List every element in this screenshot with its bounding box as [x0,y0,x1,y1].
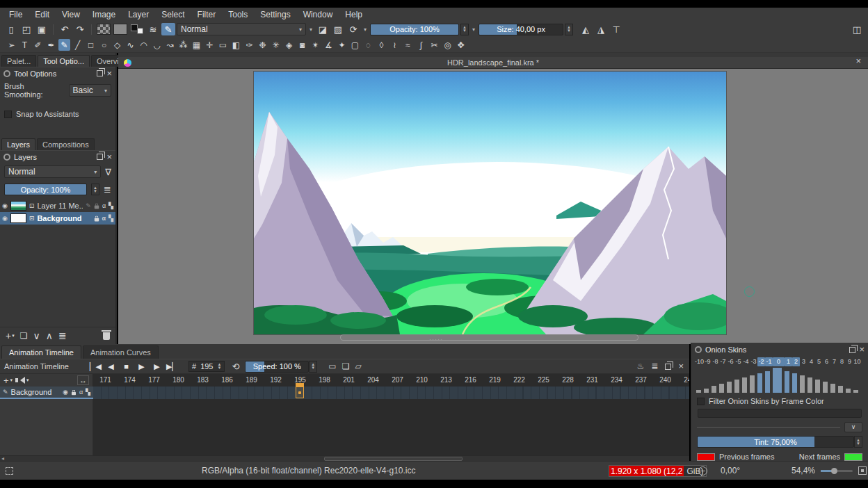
reload-preset-icon[interactable]: ⟳ [346,23,360,35]
audio-icon[interactable] [17,377,25,384]
onion-opacity-bar[interactable] [791,368,798,393]
menu-file[interactable]: File [3,10,29,19]
tool-enclose-fill[interactable]: ◙ [296,39,308,51]
edit-brush-settings-icon[interactable]: ✎ [161,23,175,35]
move-layer-up-button[interactable]: ∧ [46,330,53,341]
drop-frames-icon[interactable]: ⟲ [232,361,239,372]
blend-mode-combo[interactable]: Normal ▾ [4,165,101,178]
brush-smoothing-combo[interactable]: Basic ▾ [69,84,111,97]
visibility-eye-icon[interactable]: ◉ [2,202,8,209]
brush-preset-combo[interactable]: Normal▾ [177,23,306,35]
zoom-slider-handle[interactable] [831,468,837,474]
float-docker-icon[interactable] [849,347,855,353]
tool-dynamic-brush[interactable]: ↝ [164,39,176,51]
opacity-spinner[interactable]: ▲▼ [460,24,469,35]
onion-frame-toggle[interactable]: 1 [785,357,792,366]
layer-row[interactable]: ◉ ⊡ Layer 11 Me... ✎ α ▚ [0,200,115,212]
size-slider[interactable]: Size: 40,00 px [479,24,563,35]
tool-bezier-select[interactable]: ∫ [415,39,427,51]
tool-edit-shapes[interactable]: ✐ [32,39,44,51]
skip-to-start-button[interactable]: ▏◀ [89,362,102,371]
onion-frame-toggle[interactable]: -9 [704,357,712,366]
close-icon[interactable]: × [859,346,865,353]
tool-freehand-path[interactable]: ◡ [151,39,163,51]
onion-opacity-bar[interactable] [733,368,741,393]
gradient-chooser[interactable] [97,24,111,35]
close-document-icon[interactable]: × [855,58,861,65]
tool-select-shapes[interactable]: ➢ [6,39,17,51]
speed-spinner[interactable]: ▲▼ [309,361,317,373]
frame-ruler[interactable]: 1711741771801831861891921951982012042072… [93,374,689,387]
layer-filter-icon[interactable]: ∇ [105,167,111,177]
tool-text[interactable]: T [19,39,31,51]
empty-frame-icon[interactable]: ▱ [355,361,361,371]
stop-button[interactable]: ■ [120,362,133,371]
onion-opacity-bar[interactable] [718,368,725,393]
save-icon[interactable]: ▣ [35,23,49,35]
open-image-icon[interactable]: ◰ [19,23,33,35]
onion-opacity-bar[interactable] [764,368,771,393]
close-icon[interactable]: × [678,363,684,370]
snap-assistants-checkbox[interactable] [4,111,12,118]
tool-pan[interactable]: ✥ [455,39,467,51]
wraparound-mode-icon[interactable]: ⊤ [609,23,623,35]
speed-slider[interactable]: Speed: 100 % [245,361,309,373]
opacity-slider[interactable]: Opacity: 100% [370,24,459,35]
tool-reference-images[interactable]: ✦ [336,39,348,51]
lock-icon[interactable] [94,218,98,222]
play-button[interactable]: ▶ [135,362,148,371]
tool-smart-patch[interactable]: ✳ [270,39,282,51]
frame-display-icon[interactable]: ▭ [328,361,336,371]
layer-opacity-spinner[interactable]: ▲▼ [91,184,99,195]
tool-patch[interactable]: ❉ [257,39,268,51]
tool-freehand-select[interactable]: ≀ [389,39,401,51]
onion-frame-toggle[interactable]: 3 [800,357,807,366]
alpha-lock-icon[interactable]: α [79,389,83,396]
onion-frame-toggle[interactable]: -1 [765,357,773,366]
zoom-fit-page-icon[interactable] [858,466,867,475]
current-frame-marker[interactable] [296,387,304,398]
rotation-icon[interactable] [698,466,707,475]
docker-grip-icon[interactable] [3,70,10,77]
layer-name[interactable]: Layer 11 Me... [37,202,83,210]
previous-frame-button[interactable]: ◀ [104,362,118,371]
tool-bezier-curve[interactable]: ◠ [138,39,150,51]
tool-ellipse[interactable]: ○ [98,39,110,51]
zoom-fit-icon[interactable]: ↔ [77,375,89,385]
zoom-slider[interactable] [821,470,853,472]
menu-image[interactable]: Image [86,10,122,19]
onion-frame-toggle[interactable]: -6 [727,357,734,366]
size-spinner[interactable]: ▲▼ [565,24,573,35]
inherit-alpha-icon[interactable]: ▚ [108,215,113,222]
layer-name[interactable]: Background [37,214,90,222]
next-frames-color-swatch[interactable] [844,453,862,461]
track-label[interactable]: ✎ Background ◉ α ▚ [0,387,93,399]
tool-line[interactable]: ╱ [72,39,83,51]
tab-compositions[interactable]: Compositions [37,138,95,150]
onion-opacity-bar[interactable] [798,368,806,393]
close-icon[interactable]: × [106,154,112,161]
tab-layers[interactable]: Layers [1,138,35,150]
onion-frame-toggle[interactable]: 6 [823,357,830,366]
layer-row-selected[interactable]: ◉ ⊡ Background α ▚ [0,212,115,225]
timeline-menu-icon[interactable]: ≣ [651,361,658,371]
add-keyframe-button[interactable]: + [3,375,9,386]
preset-dropdown-icon[interactable]: ▾ [307,26,314,33]
tool-ellipse-select[interactable]: ◌ [362,39,374,51]
pin-to-timeline-icon[interactable]: ✎ [86,202,91,209]
onion-opacity-bar[interactable] [748,368,756,393]
tool-polygon[interactable]: ◇ [111,39,123,51]
onion-opacity-bar[interactable] [852,368,860,393]
visibility-eye-icon[interactable]: ◉ [63,389,68,396]
layer-menu-icon[interactable]: ≣ [104,184,111,195]
menu-filter[interactable]: Filter [191,10,223,19]
workspace-chooser-icon[interactable]: ◫ [850,23,864,35]
undo-icon[interactable]: ↶ [58,23,72,35]
onion-opacity-bar[interactable] [821,368,829,393]
chevron-down-icon[interactable]: ▾ [10,377,13,383]
tab-palette[interactable]: Palet... [1,55,36,67]
tab-animation-curves[interactable]: Animation Curves [83,345,159,359]
tint-slider[interactable]: Tint: 75,00% [697,436,854,448]
onion-frame-toggle[interactable]: 2 [792,357,800,366]
menu-layer[interactable]: Layer [122,10,155,19]
